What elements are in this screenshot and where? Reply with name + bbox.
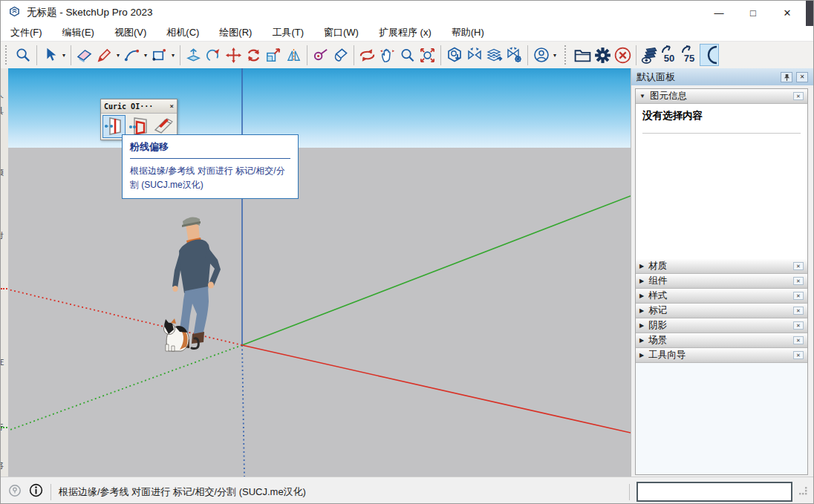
tray-close-icon[interactable]: ✕ bbox=[796, 72, 808, 82]
menu-window[interactable]: 窗口(W) bbox=[324, 26, 359, 39]
orbit-tool-icon[interactable] bbox=[357, 44, 377, 66]
select-dropdown-caret[interactable]: ▾ bbox=[60, 52, 68, 59]
section-scenes[interactable]: ▶ 场景 ✕ bbox=[636, 333, 807, 348]
green-axis-solid bbox=[242, 196, 631, 345]
close-tool-icon[interactable] bbox=[613, 44, 633, 66]
status-bar: 根据边缘/参考线 对面进行 标记/相交/分割 (SUCJ.me汉化) bbox=[1, 477, 813, 504]
menu-file[interactable]: 文件(F) bbox=[10, 26, 42, 39]
geolocation-icon[interactable] bbox=[8, 484, 22, 500]
background-window-strip: 人 具 倾 对 在 行 将 bbox=[1, 68, 8, 477]
tape-measure-tool-icon[interactable] bbox=[310, 44, 331, 66]
menu-extensions[interactable]: 扩展程序 (x) bbox=[379, 26, 432, 39]
red-axis-solid bbox=[242, 345, 631, 433]
menu-camera[interactable]: 相机(C) bbox=[166, 26, 199, 39]
section-close-icon[interactable]: ✕ bbox=[793, 92, 804, 100]
pan-tool-icon[interactable] bbox=[377, 44, 397, 66]
section-close-icon[interactable]: ✕ bbox=[793, 351, 804, 359]
account-icon[interactable] bbox=[531, 44, 551, 66]
section-close-icon[interactable]: ✕ bbox=[793, 336, 804, 344]
axis-fragment bbox=[1, 288, 8, 289]
zoom-extents-icon[interactable] bbox=[417, 44, 437, 66]
curic-close-icon[interactable]: × bbox=[170, 102, 174, 110]
maximize-button[interactable]: □ bbox=[736, 1, 770, 24]
background-window-fragment bbox=[806, 1, 813, 26]
minimize-button[interactable]: — bbox=[702, 1, 736, 24]
tooltip-divider bbox=[130, 158, 290, 159]
eraser-tool-icon[interactable] bbox=[74, 44, 94, 66]
menu-help[interactable]: 帮助(H) bbox=[452, 26, 484, 39]
tool-tooltip: 粉线偏移 根据边缘/参考线 对面进行 标记/相交/分割 (SUCJ.me汉化) bbox=[122, 134, 299, 199]
select-tool-icon[interactable] bbox=[40, 44, 60, 66]
account-dropdown-caret[interactable]: ▾ bbox=[551, 52, 559, 59]
menu-tools[interactable]: 工具(T) bbox=[272, 26, 304, 39]
section-close-icon[interactable]: ✕ bbox=[793, 321, 804, 330]
rectangle-dropdown-caret[interactable]: ▾ bbox=[169, 52, 177, 59]
section-shadows[interactable]: ▶ 阴影 ✕ bbox=[636, 318, 807, 333]
section-close-icon[interactable]: ✕ bbox=[793, 262, 804, 270]
section-components[interactable]: ▶ 组件 ✕ bbox=[636, 274, 807, 289]
resize-grip[interactable] bbox=[799, 485, 808, 499]
tray-title: 默认面板 bbox=[636, 71, 675, 84]
section-label: 样式 bbox=[648, 289, 667, 302]
menu-edit[interactable]: 编辑(E) bbox=[62, 26, 94, 39]
curic-toolbar-titlebar[interactable]: Curic OI··· × bbox=[101, 99, 177, 114]
paint-bucket-tool-icon[interactable] bbox=[331, 44, 351, 66]
zoom-tool-icon[interactable] bbox=[397, 44, 417, 66]
push-pull-tool-icon[interactable] bbox=[183, 44, 204, 66]
opacity-50-icon[interactable]: 50 bbox=[660, 44, 680, 66]
tray-header[interactable]: 默认面板 ✕ bbox=[631, 68, 814, 85]
scale-tool-icon[interactable] bbox=[264, 44, 284, 66]
arc-tool-icon[interactable] bbox=[122, 44, 142, 66]
flip-tool-icon[interactable] bbox=[284, 44, 304, 66]
toolbar-grip[interactable] bbox=[5, 45, 11, 65]
collapsed-arrow-icon: ▶ bbox=[639, 337, 644, 344]
section-label: 阴影 bbox=[648, 319, 667, 332]
section-entity-info[interactable]: ▼ 图元信息 ✕ bbox=[636, 89, 807, 104]
modeling-viewport[interactable]: Curic OI··· × 粉线偏移 bbox=[8, 68, 631, 477]
close-button[interactable]: ✕ bbox=[770, 1, 804, 24]
partial-tool-icon[interactable] bbox=[700, 44, 719, 66]
section-styles[interactable]: ▶ 样式 ✕ bbox=[636, 289, 807, 304]
follow-me-tool-icon[interactable] bbox=[204, 44, 224, 66]
main-toolbar: ▾ ▾ ▾ ▾ bbox=[1, 41, 813, 68]
measurement-input[interactable] bbox=[636, 482, 792, 502]
extension-settings-icon[interactable] bbox=[504, 44, 524, 66]
entity-divider bbox=[642, 133, 801, 134]
axis-fragment bbox=[1, 427, 8, 428]
toolbar-separator bbox=[354, 45, 354, 65]
toolbar-grip[interactable] bbox=[564, 45, 570, 65]
section-close-icon[interactable]: ✕ bbox=[793, 292, 804, 300]
tray-body: ▼ 图元信息 ✕ 没有选择内容 ▶ 材质 ✕ ▶ 组件 ✕ bbox=[635, 88, 808, 475]
rectangle-tool-icon[interactable] bbox=[149, 44, 169, 66]
section-label: 组件 bbox=[648, 275, 667, 287]
tray-empty-area bbox=[636, 363, 807, 474]
info-icon[interactable] bbox=[29, 483, 43, 500]
toolbar-separator bbox=[71, 45, 71, 65]
opacity-75-icon[interactable]: 75 bbox=[680, 44, 700, 66]
section-materials[interactable]: ▶ 材质 ✕ bbox=[636, 259, 807, 274]
line-tool-icon[interactable] bbox=[94, 44, 114, 66]
folder-icon[interactable] bbox=[573, 44, 593, 66]
section-label: 工具向导 bbox=[648, 349, 686, 361]
line-dropdown-caret[interactable]: ▾ bbox=[114, 52, 122, 59]
rotate-tool-icon[interactable] bbox=[244, 44, 264, 66]
extension-flip-icon[interactable] bbox=[464, 44, 484, 66]
stack-visibility-icon[interactable] bbox=[639, 44, 660, 66]
section-instructor[interactable]: ▶ 工具向导 ✕ bbox=[636, 348, 807, 363]
search-icon[interactable] bbox=[13, 44, 33, 66]
collapsed-arrow-icon: ▶ bbox=[639, 352, 644, 359]
extension-layers-icon[interactable] bbox=[484, 44, 504, 66]
sketchup-window: 无标题 - SketchUp Pro 2023 — □ ✕ 文件(F) 编辑(E… bbox=[0, 0, 814, 504]
tray-pin-icon[interactable] bbox=[781, 72, 792, 82]
menu-draw[interactable]: 绘图(R) bbox=[219, 26, 252, 39]
section-close-icon[interactable]: ✕ bbox=[793, 307, 804, 315]
settings-gear-icon[interactable] bbox=[593, 44, 613, 66]
section-tags[interactable]: ▶ 标记 ✕ bbox=[636, 304, 807, 318]
section-close-icon[interactable]: ✕ bbox=[793, 277, 804, 285]
menu-view[interactable]: 视图(V) bbox=[114, 26, 146, 39]
move-tool-icon[interactable] bbox=[224, 44, 244, 66]
extension-download-icon[interactable] bbox=[444, 44, 464, 66]
arc-dropdown-caret[interactable]: ▾ bbox=[142, 52, 149, 59]
tooltip-description: 根据边缘/参考线 对面进行 标记/相交/分割 (SUCJ.me汉化) bbox=[130, 164, 290, 192]
statusbar-message: 根据边缘/参考线 对面进行 标记/相交/分割 (SUCJ.me汉化) bbox=[59, 485, 306, 499]
